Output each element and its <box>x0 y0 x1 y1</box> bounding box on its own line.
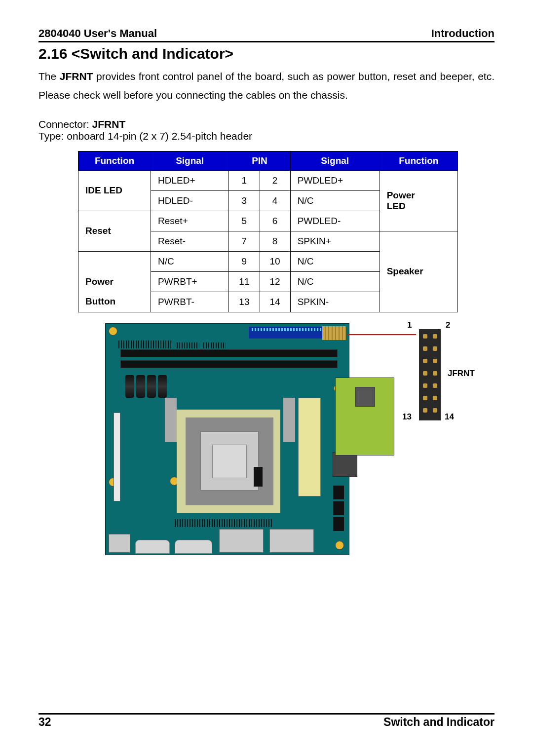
table-row: IDE LED HDLED+ 1 2 PWDLED+ Power LED <box>78 170 458 190</box>
cell-func-l: Reset <box>78 211 151 251</box>
cell-sig-r: N/C <box>290 190 380 211</box>
connector-line: Connector: JFRNT <box>38 118 495 130</box>
cell-pin: 10 <box>260 251 290 271</box>
cell-pin: 3 <box>229 190 260 211</box>
table-header-row: Function Signal PIN Signal Function <box>78 151 458 170</box>
pin-label-13: 13 <box>402 412 412 422</box>
cell-pin: 14 <box>260 292 290 312</box>
cell-sig-r: PWDLED+ <box>290 170 380 190</box>
cell-pin: 4 <box>260 190 290 211</box>
cell-sig-l: PWRBT+ <box>151 271 229 292</box>
cell-sig-l: HDLED+ <box>151 170 229 190</box>
cell-sig-r: N/C <box>290 251 380 271</box>
th-signal-r: Signal <box>290 151 380 170</box>
cell-func-l: Power <box>78 271 151 292</box>
cell-sig-l: Reset- <box>151 231 229 251</box>
cell-func-l: IDE LED <box>78 170 151 211</box>
cell-pin: 2 <box>260 170 290 190</box>
cell-pin: 5 <box>229 211 260 231</box>
cell-pin: 8 <box>260 231 290 251</box>
cell-sig-r: SPKIN- <box>290 292 380 312</box>
cell-pin: 6 <box>260 211 290 231</box>
motherboard-graphic <box>105 323 349 555</box>
intro-post: provides front control panel of the boar… <box>38 71 495 101</box>
footer-section-title: Switch and Indicator <box>383 716 495 729</box>
pin-label-1: 1 <box>407 320 412 330</box>
cell-pin: 7 <box>229 231 260 251</box>
page-footer: 32 Switch and Indicator <box>38 713 495 729</box>
cell-func-l <box>78 251 151 271</box>
cell-sig-r: N/C <box>290 271 380 292</box>
th-function-l: Function <box>78 151 151 170</box>
section-title: 2.16 <Switch and Indicator> <box>38 45 495 62</box>
intro-paragraph: The JFRNT provides front control panel o… <box>38 67 495 105</box>
cell-sig-l: Reset+ <box>151 211 229 231</box>
page-header: 2804040 User's Manual Introduction <box>38 27 495 42</box>
cell-func-r-line: Power <box>387 190 453 201</box>
type-line: Type: onboard 14-pin (2 x 7) 2.54-pitch … <box>38 130 495 142</box>
pin-label-2: 2 <box>446 320 450 330</box>
cell-func-r-line: LED <box>387 201 453 212</box>
cell-func-r: Speaker <box>380 231 457 312</box>
cell-sig-l: PWRBT- <box>151 292 229 312</box>
cell-pin: 11 <box>229 271 260 292</box>
pin-label-14: 14 <box>445 412 454 422</box>
power-connector-graphic <box>322 326 346 340</box>
cell-sig-r: SPKIN+ <box>290 231 380 251</box>
board-diagram: 1 2 JFRNT 13 14 <box>105 323 460 555</box>
cell-pin: 1 <box>229 170 260 190</box>
header-left: 2804040 User's Manual <box>38 27 157 40</box>
cell-pin: 13 <box>229 292 260 312</box>
intro-pre: The <box>38 71 60 82</box>
cell-func-r: Power LED <box>380 170 457 231</box>
header-right: Introduction <box>431 27 495 40</box>
cell-func-l: Button <box>78 292 151 312</box>
jfrnt-callout-label: JFRNT <box>448 369 475 378</box>
cell-sig-l: HDLED- <box>151 190 229 211</box>
th-signal-l: Signal <box>151 151 229 170</box>
cell-pin: 9 <box>229 251 260 271</box>
connector-label: Connector: <box>38 118 92 130</box>
cell-pin: 12 <box>260 271 290 292</box>
chipset-heatsink-graphic <box>335 378 394 455</box>
intro-bold: JFRNT <box>60 71 93 82</box>
pinout-table: Function Signal PIN Signal Function IDE … <box>78 151 458 312</box>
th-function-r: Function <box>380 151 457 170</box>
jfrnt-connector-graphic <box>419 329 441 420</box>
callout-line <box>347 334 416 335</box>
connector-name: JFRNT <box>92 118 126 130</box>
cell-sig-r: PWDLED- <box>290 211 380 231</box>
footer-page-number: 32 <box>38 716 51 729</box>
th-pin: PIN <box>229 151 290 170</box>
cell-sig-l: N/C <box>151 251 229 271</box>
